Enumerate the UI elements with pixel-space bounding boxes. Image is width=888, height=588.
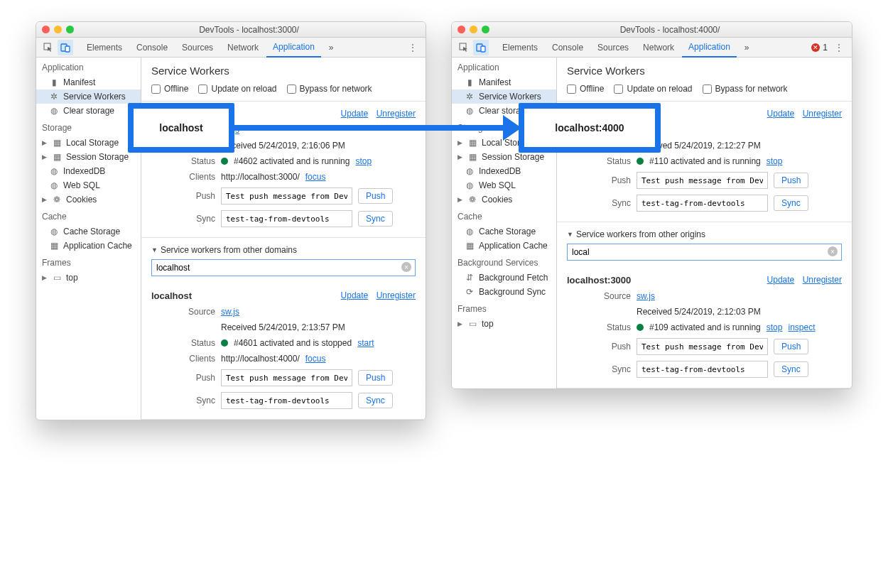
clear-icon[interactable]: × (828, 246, 838, 256)
grid-icon: ▦ (49, 241, 59, 251)
more-tabs-icon[interactable]: » (323, 38, 340, 58)
inspect-icon[interactable] (40, 40, 56, 55)
origin-filter-input[interactable] (151, 259, 416, 276)
sync-input[interactable] (221, 392, 352, 409)
push-button[interactable]: Push (774, 173, 808, 188)
sync-button[interactable]: Sync (774, 195, 808, 211)
inspect-icon[interactable] (456, 40, 472, 55)
tab-application[interactable]: Application (266, 38, 321, 58)
sidebar-item-local-storage[interactable]: ▶▦Local Storage (36, 136, 141, 150)
update-on-reload-checkbox[interactable]: Update on reload (614, 84, 692, 94)
status-dot-icon (221, 339, 228, 347)
unregister-link[interactable]: Unregister (803, 275, 842, 285)
sidebar-item-websql[interactable]: ◍Web SQL (36, 178, 141, 192)
push-button[interactable]: Push (774, 339, 808, 354)
tab-application[interactable]: Application (682, 38, 737, 58)
offline-checkbox[interactable]: Offline (151, 84, 188, 94)
bypass-checkbox[interactable]: Bypass for network (287, 84, 372, 94)
bypass-checkbox[interactable]: Bypass for network (703, 84, 788, 94)
sidebar-item-app-cache[interactable]: ▦Application Cache (452, 239, 556, 253)
clear-icon[interactable]: × (401, 262, 411, 272)
sidebar-item-indexeddb[interactable]: ◍IndexedDB (452, 164, 556, 178)
update-link[interactable]: Update (767, 275, 795, 285)
push-input[interactable] (637, 172, 768, 189)
sidebar-item-cache-storage[interactable]: ◍Cache Storage (452, 224, 556, 239)
push-input[interactable] (221, 369, 352, 386)
source-link[interactable]: sw.js (637, 291, 655, 301)
tab-console[interactable]: Console (546, 38, 590, 58)
close-icon[interactable] (457, 26, 465, 33)
zoom-icon[interactable] (66, 26, 74, 33)
inspect-link[interactable]: inspect (788, 322, 815, 332)
stop-link[interactable]: stop (767, 156, 783, 166)
sync-button[interactable]: Sync (774, 361, 808, 377)
tab-sources[interactable]: Sources (591, 38, 635, 58)
sidebar-group-frames: Frames (36, 253, 141, 271)
minimize-icon[interactable] (470, 26, 477, 33)
offline-checkbox[interactable]: Offline (567, 84, 604, 94)
sidebar-item-indexeddb[interactable]: ◍IndexedDB (36, 164, 141, 178)
push-input[interactable] (221, 187, 352, 205)
update-on-reload-checkbox[interactable]: Update on reload (198, 84, 276, 94)
focus-link[interactable]: focus (305, 354, 326, 364)
sidebar-item-websql[interactable]: ◍Web SQL (452, 178, 556, 192)
sync-icon: ⟳ (465, 287, 475, 297)
tab-network[interactable]: Network (221, 38, 265, 58)
sidebar-item-top-frame[interactable]: ▶▭top (452, 317, 556, 331)
sidebar-item-cookies[interactable]: ▶❁Cookies (452, 192, 556, 207)
more-tabs-icon[interactable]: » (738, 38, 756, 58)
sidebar-item-cache-storage[interactable]: ◍Cache Storage (36, 224, 141, 239)
sync-button[interactable]: Sync (358, 393, 393, 408)
sync-input[interactable] (637, 195, 768, 212)
minimize-icon[interactable] (54, 26, 62, 33)
error-badge[interactable]: ✕1⋮ (811, 43, 848, 53)
origin-filter-input[interactable] (567, 244, 842, 261)
devtools-window-right: DevTools - localhost:4000/ Elements Cons… (451, 21, 852, 389)
update-link[interactable]: Update (341, 109, 369, 119)
zoom-icon[interactable] (482, 26, 489, 33)
sidebar-item-session-storage[interactable]: ▶▦Session Storage (36, 150, 141, 164)
other-origins-header[interactable]: ▼Service workers from other domains (141, 238, 426, 259)
sidebar-item-manifest[interactable]: ▮Manifest (452, 75, 556, 89)
source-link[interactable]: sw.js (221, 307, 239, 317)
sidebar-item-service-workers[interactable]: ✲Service Workers (452, 89, 556, 104)
kebab-icon[interactable]: ⋮ (404, 43, 421, 53)
tab-network[interactable]: Network (637, 38, 681, 58)
sw-other: localhost Update Unregister Sourcesw.js … (141, 283, 426, 420)
sidebar-item-top-frame[interactable]: ▶▭top (36, 271, 141, 285)
start-link[interactable]: start (357, 338, 374, 348)
sidebar-item-service-workers[interactable]: ✲Service Workers (36, 89, 141, 104)
tab-console[interactable]: Console (130, 38, 174, 58)
unregister-link[interactable]: Unregister (377, 290, 416, 300)
focus-link[interactable]: focus (305, 172, 326, 182)
push-button[interactable]: Push (358, 370, 393, 386)
sync-input[interactable] (221, 210, 352, 227)
sidebar-item-clear-storage[interactable]: ◍Clear storage (36, 104, 141, 118)
sidebar-item-bg-sync[interactable]: ⟳Background Sync (452, 285, 556, 299)
window-title: DevTools - localhost:3000/ (78, 25, 420, 35)
update-link[interactable]: Update (341, 290, 369, 300)
sidebar-item-bg-fetch[interactable]: ⇵Background Fetch (452, 271, 556, 285)
sidebar-item-cookies[interactable]: ▶❁Cookies (36, 192, 141, 207)
stop-link[interactable]: stop (767, 322, 783, 332)
push-input[interactable] (637, 338, 768, 355)
kebab-icon[interactable]: ⋮ (830, 43, 848, 53)
unregister-link[interactable]: Unregister (377, 109, 416, 119)
other-origins-header[interactable]: ▼Service workers from other origins (557, 222, 852, 244)
push-button[interactable]: Push (358, 188, 393, 204)
sidebar-item-app-cache[interactable]: ▦Application Cache (36, 239, 141, 253)
update-link[interactable]: Update (767, 109, 795, 119)
device-icon[interactable] (58, 40, 73, 55)
sync-button[interactable]: Sync (358, 211, 393, 227)
unregister-link[interactable]: Unregister (803, 109, 842, 119)
tab-elements[interactable]: Elements (496, 38, 544, 58)
tab-elements[interactable]: Elements (80, 38, 129, 58)
frame-icon: ▭ (52, 273, 62, 283)
stop-link[interactable]: stop (355, 156, 372, 166)
close-icon[interactable] (42, 26, 50, 33)
sidebar-item-manifest[interactable]: ▮Manifest (36, 75, 141, 89)
tab-sources[interactable]: Sources (175, 38, 220, 58)
device-icon[interactable] (473, 40, 489, 55)
received-text: Received 5/24/2019, 2:13:57 PM (221, 322, 416, 332)
sync-input[interactable] (637, 361, 768, 378)
